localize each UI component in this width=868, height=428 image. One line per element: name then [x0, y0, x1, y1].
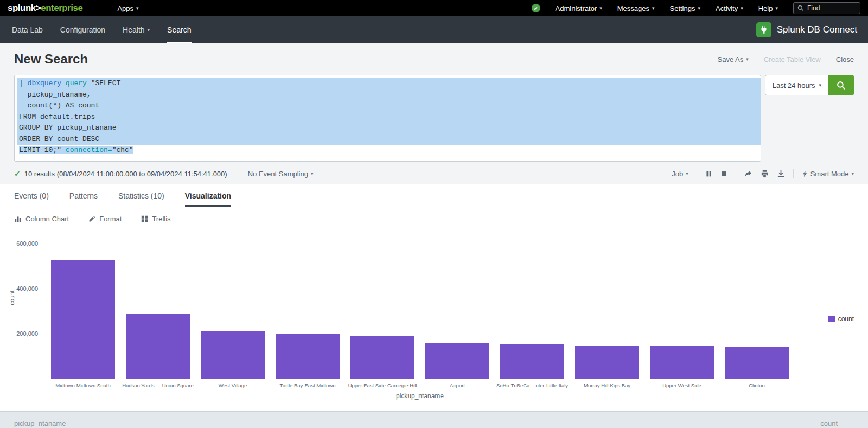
- activity-menu[interactable]: Activity ▾: [716, 4, 743, 12]
- trellis-menu[interactable]: Trellis: [141, 215, 170, 223]
- query-token: pickup_ntaname,: [19, 91, 91, 99]
- apps-menu[interactable]: Apps ▾: [117, 4, 138, 12]
- chart-bar[interactable]: [126, 314, 190, 379]
- chart-bar[interactable]: [575, 346, 640, 379]
- find-input[interactable]: [807, 4, 856, 12]
- event-sampling-menu[interactable]: No Event Sampling ▾: [248, 170, 314, 178]
- query-token: query=: [66, 79, 91, 87]
- query-token: GROUP BY pickup_ntaname: [19, 124, 116, 132]
- tab-visualization[interactable]: Visualization: [185, 184, 231, 207]
- chart-plot: 600,000400,000200,000: [42, 239, 797, 379]
- nav-item-data-lab[interactable]: Data Lab: [3, 16, 52, 43]
- tab-events[interactable]: Events (0): [14, 184, 49, 207]
- apps-menu-label: Apps: [117, 4, 133, 12]
- tab-patterns[interactable]: Patterns: [69, 184, 98, 207]
- bar-slot: [345, 239, 420, 379]
- user-menu-label: Administrator: [556, 4, 597, 12]
- user-menu[interactable]: Administrator ▾: [556, 4, 602, 12]
- app-identity[interactable]: Splunk DB Connect: [756, 16, 865, 43]
- settings-menu-label: Settings: [670, 4, 695, 12]
- search-row: | dbxquery query="SELECT pickup_ntaname,…: [14, 75, 854, 162]
- bar-slot: [495, 239, 570, 379]
- query-token: "chc": [112, 146, 133, 154]
- gridline: [42, 289, 797, 289]
- job-menu[interactable]: Job ▾: [672, 170, 688, 178]
- close-button[interactable]: Close: [836, 55, 854, 63]
- db-connect-app-icon: [756, 22, 771, 37]
- tab-statistics[interactable]: Statistics (10): [118, 184, 164, 207]
- search-button[interactable]: [828, 75, 854, 95]
- stats-col-count[interactable]: count: [820, 419, 854, 427]
- column-chart-icon: [14, 215, 22, 222]
- x-axis-tick-label: Hudson Yards-...-Union Square: [120, 382, 195, 388]
- caret-down-icon: ▾: [698, 6, 700, 11]
- chart-bar[interactable]: [201, 331, 265, 379]
- help-menu[interactable]: Help ▾: [758, 4, 778, 12]
- x-axis-tick-label: Midtown-Midtown South: [46, 382, 120, 388]
- system-health-icon[interactable]: ✓: [532, 4, 540, 12]
- chart-bar[interactable]: [350, 336, 415, 379]
- x-axis-tick-label: SoHo-TriBeCa-...nter-Little Italy: [495, 382, 570, 388]
- job-controls: Job ▾: [672, 169, 854, 178]
- share-job-icon[interactable]: [744, 170, 752, 178]
- bar-slot: [270, 239, 345, 379]
- gridline: [42, 244, 797, 244]
- stop-job-icon[interactable]: [720, 170, 727, 177]
- splunk-logo[interactable]: splunk>enterprise: [8, 3, 82, 14]
- results-done-check-icon: ✓: [14, 169, 21, 178]
- y-axis-tick-label: 400,000: [10, 285, 38, 292]
- time-range-picker[interactable]: Last 24 hours ▾: [765, 75, 828, 95]
- nav-item-search[interactable]: Search: [158, 16, 200, 43]
- search-query-editor[interactable]: | dbxquery query="SELECT pickup_ntaname,…: [14, 75, 761, 162]
- chart-bar[interactable]: [51, 260, 116, 379]
- y-axis-tick-label: 600,000: [10, 240, 38, 247]
- nav-item-configuration[interactable]: Configuration: [52, 16, 114, 43]
- query-token: ORDER BY count DESC: [19, 135, 99, 143]
- x-axis-tick-label: West Village: [195, 382, 270, 388]
- search-icon: [837, 81, 846, 90]
- find-search-box[interactable]: [793, 2, 860, 14]
- results-status-text: 10 results (08/04/2024 11:00:00.000 to 0…: [24, 170, 227, 178]
- caret-down-icon: ▾: [148, 28, 150, 33]
- legend-label: count: [838, 315, 854, 323]
- format-menu[interactable]: Format: [88, 215, 122, 223]
- print-icon[interactable]: [761, 170, 769, 178]
- settings-menu[interactable]: Settings ▾: [670, 4, 701, 12]
- pause-job-icon[interactable]: [705, 170, 712, 177]
- query-token: FROM default.trips: [19, 113, 95, 121]
- bar-slot: [719, 239, 794, 379]
- caret-down-icon: ▾: [311, 171, 314, 176]
- stats-col-pickup-ntaname[interactable]: pickup_ntaname: [14, 419, 66, 427]
- chart-bar[interactable]: [725, 347, 789, 379]
- page-title: New Search: [14, 52, 88, 67]
- caret-down-icon: ▾: [599, 6, 602, 11]
- chart-bar[interactable]: [425, 343, 490, 379]
- messages-menu[interactable]: Messages ▾: [617, 4, 655, 12]
- divider: [697, 169, 697, 178]
- chart-bar[interactable]: [500, 344, 565, 379]
- query-token: "SELECT: [91, 79, 121, 87]
- y-axis-tick-label: 200,000: [10, 330, 38, 337]
- search-mode-menu[interactable]: Smart Mode ▾: [802, 170, 854, 178]
- export-icon[interactable]: [777, 170, 785, 178]
- chart-bar[interactable]: [650, 346, 714, 379]
- x-axis-title: pickup_ntaname: [42, 392, 797, 400]
- help-menu-label: Help: [758, 4, 773, 12]
- save-as-button[interactable]: Save As ▾: [717, 55, 748, 63]
- splunk-db-connect-search-page: splunk>enterprise Apps ▾ ✓ Administrator…: [0, 0, 868, 428]
- caret-down-icon: ▾: [136, 6, 139, 11]
- chart-bar[interactable]: [276, 334, 340, 379]
- gridline: [42, 334, 797, 334]
- title-actions: Save As ▾ Create Table View Close: [717, 55, 854, 63]
- x-axis-tick-label: Airport: [420, 382, 495, 388]
- chart-legend[interactable]: count: [828, 315, 854, 323]
- pencil-icon: [88, 215, 95, 222]
- query-token: LIMIT 10;": [19, 146, 66, 154]
- chart-type-picker[interactable]: Column Chart: [14, 215, 69, 223]
- search-controls: Last 24 hours ▾: [765, 75, 854, 95]
- legend-swatch: [828, 316, 835, 322]
- results-bar: ✓ 10 results (08/04/2024 11:00:00.000 to…: [14, 169, 854, 178]
- bar-slot: [46, 239, 120, 379]
- search-header-section: New Search Save As ▾ Create Table View C…: [0, 43, 868, 184]
- nav-item-health[interactable]: Health ▾: [114, 16, 158, 43]
